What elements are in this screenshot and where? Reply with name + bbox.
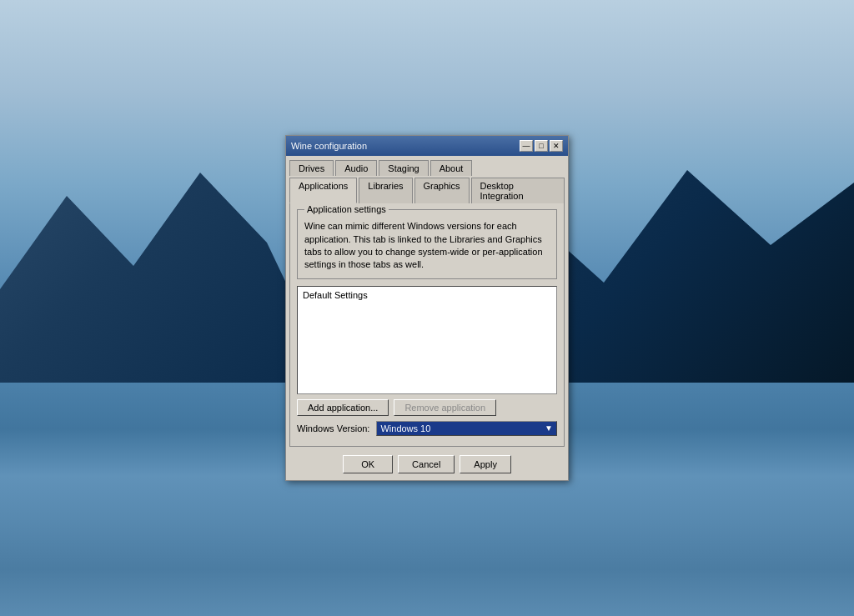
- tab-graphics[interactable]: Graphics: [414, 178, 470, 203]
- app-buttons-row: Add application... Remove application: [297, 399, 557, 416]
- remove-application-button[interactable]: Remove application: [394, 399, 496, 416]
- titlebar-buttons: — □ ✕: [520, 140, 563, 152]
- application-settings-group: Application settings Wine can mimic diff…: [297, 209, 557, 279]
- tab-applications[interactable]: Applications: [289, 178, 357, 203]
- list-item[interactable]: Default Settings: [299, 288, 555, 302]
- tab-staging[interactable]: Staging: [379, 160, 428, 176]
- dialog-footer: OK Cancel Apply: [286, 450, 568, 480]
- wine-configuration-dialog: Wine configuration — □ ✕ Drives Audio St…: [285, 135, 569, 481]
- tab-libraries[interactable]: Libraries: [359, 178, 412, 203]
- tab-row-bottom: Applications Libraries Graphics Desktop …: [286, 175, 568, 203]
- minimize-button[interactable]: —: [520, 140, 533, 152]
- maximize-button[interactable]: □: [535, 140, 548, 152]
- windows-version-label: Windows Version:: [297, 423, 369, 433]
- applications-list[interactable]: Default Settings: [297, 286, 557, 394]
- apply-button[interactable]: Apply: [460, 455, 511, 473]
- dialog-overlay: Wine configuration — □ ✕ Drives Audio St…: [0, 0, 854, 616]
- tab-drives[interactable]: Drives: [289, 160, 334, 176]
- tab-audio[interactable]: Audio: [335, 160, 377, 176]
- windows-version-dropdown[interactable]: Windows 10 ▼: [376, 421, 557, 436]
- group-box-title: Application settings: [304, 204, 389, 214]
- group-description: Wine can mimic different Windows version…: [304, 220, 550, 272]
- tab-about[interactable]: About: [430, 160, 473, 176]
- dialog-title: Wine configuration: [291, 141, 367, 151]
- windows-version-row: Windows Version: Windows 10 ▼: [297, 421, 557, 436]
- cancel-button[interactable]: Cancel: [398, 455, 455, 473]
- tab-row-top: Drives Audio Staging About: [286, 156, 568, 175]
- dialog-titlebar: Wine configuration — □ ✕: [286, 136, 568, 156]
- dropdown-arrow-icon: ▼: [545, 423, 553, 433]
- close-button[interactable]: ✕: [550, 140, 563, 152]
- tab-panel-applications: Application settings Wine can mimic diff…: [289, 203, 565, 447]
- windows-version-value: Windows 10: [380, 423, 430, 433]
- tab-desktop-integration[interactable]: Desktop Integration: [471, 178, 565, 203]
- add-application-button[interactable]: Add application...: [297, 399, 389, 416]
- ok-button[interactable]: OK: [343, 455, 393, 473]
